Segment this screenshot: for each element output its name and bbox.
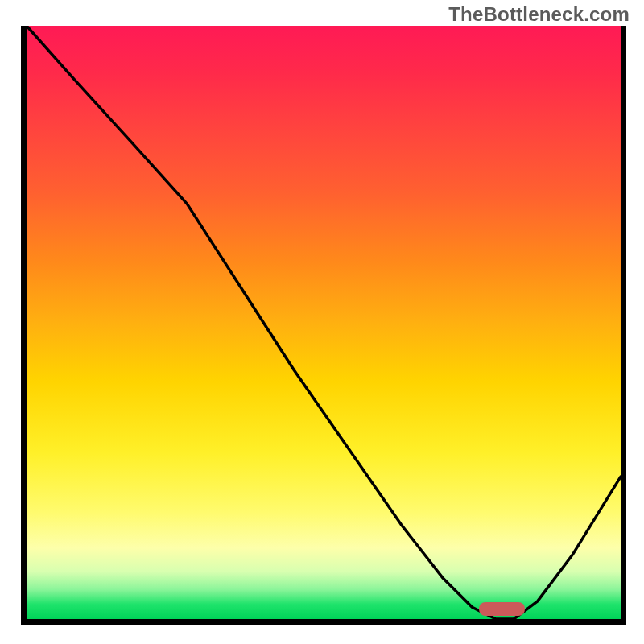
watermark-text: TheBottleneck.com	[448, 3, 630, 26]
chart-frame: TheBottleneck.com	[0, 0, 644, 644]
bottleneck-curve	[27, 26, 621, 619]
plot-area	[21, 26, 626, 625]
optimal-range-marker	[479, 602, 525, 616]
